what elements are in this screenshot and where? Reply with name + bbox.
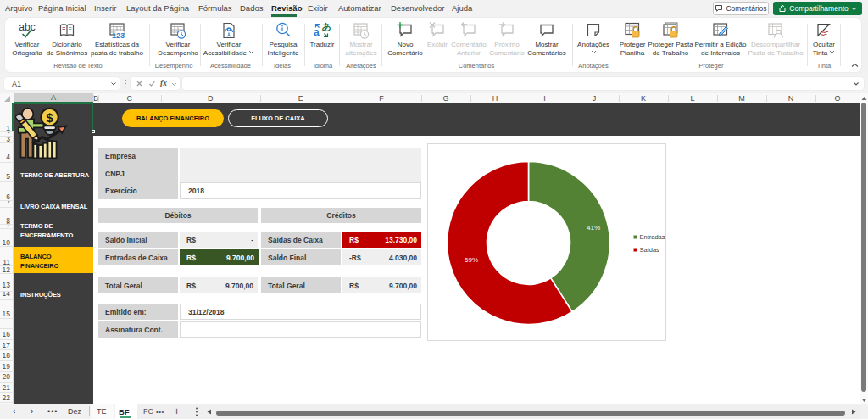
svg-text:123: 123 bbox=[112, 31, 125, 40]
svg-text:abc: abc bbox=[19, 21, 35, 33]
svg-text:a: a bbox=[314, 26, 320, 38]
svg-text:59%: 59% bbox=[465, 256, 478, 264]
svg-text:41%: 41% bbox=[587, 224, 600, 232]
svg-text:Saídas: Saídas bbox=[640, 246, 660, 254]
svg-text:あ: あ bbox=[322, 21, 331, 31]
svg-text:$: $ bbox=[46, 110, 53, 125]
svg-text:Entradas: Entradas bbox=[640, 233, 665, 241]
